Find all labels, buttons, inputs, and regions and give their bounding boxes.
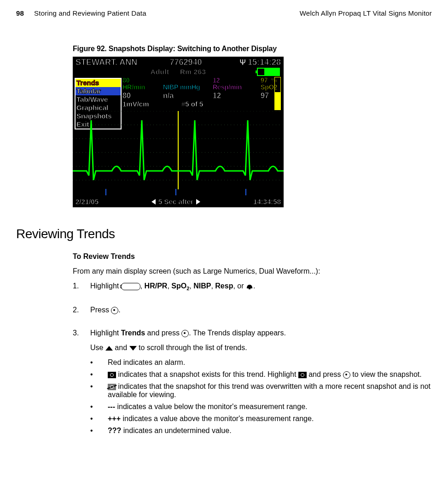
tick-2: | bbox=[175, 188, 177, 195]
t: to view the snapshot. bbox=[350, 370, 422, 378]
arrow-left-icon[interactable] bbox=[151, 199, 156, 205]
bullet: • bbox=[90, 415, 108, 423]
resp-value: 12 bbox=[213, 92, 261, 100]
bullet-list: • Red indicates an alarm. • indicates th… bbox=[90, 358, 432, 435]
t: SpO bbox=[171, 282, 186, 290]
bullet-6: ??? indicates an undetermined value. bbox=[108, 427, 432, 435]
pulse-bar bbox=[274, 77, 281, 110]
down-arrow-icon bbox=[129, 346, 137, 351]
step-number-3: 3. bbox=[73, 329, 90, 439]
sym: --- bbox=[108, 403, 115, 410]
ecg-scale: 1mV/cm bbox=[122, 100, 149, 108]
step-3-line1: Highlight Trends and press . The Trends … bbox=[90, 329, 432, 337]
antenna-icon: Ψ bbox=[240, 59, 246, 67]
mode: Adult bbox=[151, 68, 169, 76]
select-button-icon bbox=[343, 371, 350, 379]
bullet: • bbox=[90, 370, 108, 379]
bullet-5: +++ indicates a value above the monitor'… bbox=[108, 415, 432, 423]
tick-1: | bbox=[105, 188, 107, 195]
resp: Resp bbox=[215, 282, 233, 290]
nibp: NIBP bbox=[193, 282, 211, 290]
bullet: • bbox=[90, 427, 108, 435]
step-1: Highlight , HR/PR, SpO2, NIBP, Resp, or … bbox=[90, 282, 432, 291]
lead-text: From any main display screen (such as La… bbox=[73, 267, 432, 275]
patient-id: 7762940 bbox=[169, 58, 202, 67]
t: indicates a value above the monitor's me… bbox=[121, 415, 314, 422]
t: indicates a value below the monitor's me… bbox=[115, 403, 308, 410]
t: , bbox=[189, 282, 193, 290]
t: . bbox=[118, 306, 120, 314]
arrow-right-icon[interactable] bbox=[196, 199, 200, 205]
bullet-1: Red indicates an alarm. bbox=[108, 358, 432, 367]
alarm-icon bbox=[246, 283, 253, 290]
tick-3: | bbox=[245, 188, 247, 195]
spo2-limit: 97 bbox=[261, 76, 268, 84]
figure-caption: Figure 92. Snapshots Display: Switching … bbox=[73, 45, 432, 53]
bullet-3: indicates that the snapshot for this tre… bbox=[108, 382, 432, 399]
snapshot-icon bbox=[298, 372, 307, 378]
footer-time: 14:34:58 bbox=[253, 198, 281, 205]
svg-rect-7 bbox=[249, 288, 250, 289]
menu-trends[interactable]: Trends bbox=[76, 79, 121, 87]
t: Use bbox=[90, 344, 105, 351]
snapshot-overwritten-icon bbox=[108, 384, 116, 390]
spo2: SpO2 bbox=[171, 282, 189, 290]
step-3-line2: Use and to scroll through the list of tr… bbox=[90, 344, 432, 352]
vitals-labels: 80 12 97 % HR/min NIBP mmHg Resp/min SpO… bbox=[122, 77, 281, 91]
bullet-4: --- indicates a value below the monitor'… bbox=[108, 403, 432, 411]
menu-tabwave[interactable]: Tab/Wave bbox=[76, 95, 121, 104]
t: and press bbox=[307, 370, 343, 378]
t: and bbox=[113, 344, 129, 351]
t: , bbox=[167, 282, 171, 290]
footer-date: 2/21/05 bbox=[76, 198, 99, 205]
device-screenshot: STEWART, ANN 7762940 Ψ 15:14:28 Adult Rm… bbox=[73, 57, 284, 207]
t: and press bbox=[145, 329, 181, 337]
t: Press bbox=[90, 306, 111, 314]
t: indicates that a snapshot exists for thi… bbox=[116, 370, 298, 378]
header-section: Storing and Reviewing Patient Data bbox=[34, 9, 146, 17]
device-time: 15:14:28 bbox=[248, 58, 281, 67]
waveform-key-icon bbox=[121, 283, 140, 290]
page-number: 98 bbox=[16, 9, 24, 17]
sym: ??? bbox=[108, 427, 121, 434]
device-footer: 2/21/05 5 Sec after 14:34:58 bbox=[76, 198, 281, 205]
patient-name: STEWART, ANN bbox=[76, 58, 137, 67]
hr-value: 80 bbox=[122, 92, 163, 100]
snapshot-index: #5 of 5 bbox=[181, 100, 204, 108]
up-arrow-icon bbox=[105, 346, 113, 351]
bullet: • bbox=[90, 358, 108, 367]
t: , bbox=[140, 282, 145, 290]
sym: +++ bbox=[108, 415, 121, 422]
step-number-2: 2. bbox=[73, 306, 90, 321]
steps-list: 1. Highlight , HR/PR, SpO2, NIBP, Resp, … bbox=[73, 282, 432, 439]
select-button-icon bbox=[111, 307, 118, 314]
footer-offset: 5 Sec after bbox=[158, 198, 193, 205]
t: . bbox=[253, 282, 255, 290]
t: . The Trends display appears. bbox=[189, 329, 286, 337]
step-number-1: 1. bbox=[73, 282, 90, 298]
t: Highlight bbox=[90, 282, 121, 290]
t: , bbox=[211, 282, 215, 290]
hr-label: HR/min bbox=[122, 84, 163, 91]
step-2: Press . bbox=[90, 306, 432, 314]
vitals-values: 80 n/a 12 97 bbox=[122, 92, 284, 100]
resp-label: Resp/min bbox=[213, 84, 261, 91]
hr-limit: 80 bbox=[122, 77, 163, 84]
snapshot-icon bbox=[108, 372, 116, 378]
device-mode-room: Adult Rm 263 bbox=[73, 68, 284, 76]
subheading: To Review Trends bbox=[73, 252, 432, 261]
hrpr: HR/PR bbox=[145, 282, 168, 290]
scale-row: 1mV/cm #5 of 5 bbox=[122, 100, 203, 108]
running-header: 98 Storing and Reviewing Patient Data We… bbox=[16, 9, 432, 17]
bullet-2: indicates that a snapshot exists for thi… bbox=[108, 370, 432, 379]
section-heading: Reviewing Trends bbox=[16, 227, 432, 241]
bullet: • bbox=[90, 382, 108, 399]
bullet: • bbox=[90, 403, 108, 411]
menu-tabular[interactable]: Tabular bbox=[76, 87, 121, 95]
resp-limit: 12 bbox=[213, 77, 261, 84]
room: Rm 263 bbox=[180, 68, 206, 76]
select-button-icon bbox=[181, 330, 189, 337]
nibp-value: n/a bbox=[163, 92, 213, 100]
nibp-label: NIBP mmHg bbox=[163, 84, 213, 91]
t: to scroll through the list of trends. bbox=[137, 344, 247, 351]
